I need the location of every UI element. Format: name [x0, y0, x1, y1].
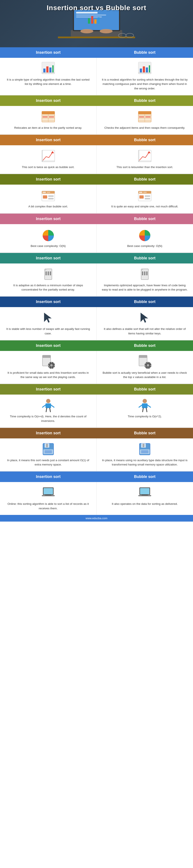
svg-point-15: [100, 29, 113, 33]
svg-line-108: [46, 408, 47, 412]
section-header-10: Insertion sort Bubble sort: [0, 471, 193, 482]
cell-left-3: A bit complex than bubble sort.: [0, 185, 96, 213]
icon-right-4: [136, 228, 153, 241]
cell-left-1: Relocates an item at a time to the partl…: [0, 106, 96, 134]
section-header-1: Insertion sort Bubble sort: [0, 95, 193, 106]
svg-rect-62: [143, 192, 147, 193]
text-right-9: In place, it means using no auxiliary ty…: [102, 458, 188, 467]
svg-rect-55: [47, 192, 50, 193]
cell-right-1: Checks the adjacent items and then swaps…: [96, 106, 193, 134]
content-row-9: In place, it means this sort needs just …: [0, 438, 193, 471]
svg-rect-76: [144, 272, 145, 275]
section-header-4: Insertion sort Bubble sort: [0, 214, 193, 224]
header-left-6: Insertion sort: [0, 297, 96, 307]
icon-right-1: [136, 110, 153, 123]
text-right-3: It is quite an easy and simple one, not …: [111, 205, 179, 209]
cell-left-0: It is a simple type of sorting algorithm…: [0, 58, 96, 95]
content-row-4: Best case complexity: O(N) Best case com…: [0, 224, 193, 252]
header-left-7: Insertion sort: [0, 340, 96, 351]
cell-right-5: Implements optimized approach, have fewe…: [96, 264, 193, 297]
svg-rect-85: [51, 368, 52, 369]
svg-rect-35: [49, 116, 54, 118]
sections-container: Insertion sort Bubble sort It is a simpl…: [0, 47, 193, 515]
svg-rect-123: [143, 444, 144, 447]
header-right-10: Bubble sort: [96, 471, 193, 482]
svg-rect-8: [91, 16, 93, 24]
header-right-8: Bubble sort: [96, 384, 193, 395]
svg-line-114: [143, 408, 143, 412]
text-left-2: This sort is twice as quick as bubble so…: [22, 165, 74, 169]
icon-right-2: [136, 150, 153, 162]
text-left-3: A bit complex than bubble sort.: [28, 205, 68, 209]
cell-right-9: In place, it means using no auxiliary ty…: [96, 438, 193, 471]
text-left-0: It is a simple type of sorting algorithm…: [5, 78, 91, 86]
svg-point-95: [147, 364, 149, 367]
icon-right-6: [136, 311, 153, 324]
icon-right-10: [136, 486, 153, 499]
icon-left-9: [40, 443, 57, 456]
header-right-5: Bubble sort: [96, 253, 193, 264]
svg-rect-87: [53, 365, 55, 366]
cell-left-7: It is proficient for small data sets and…: [0, 351, 96, 384]
text-left-4: Best case complexity: O(N): [31, 244, 66, 248]
cell-right-7: Bubble sort is actually very beneficial …: [96, 351, 193, 384]
header-right-7: Bubble sort: [96, 340, 193, 351]
header-left-2: Insertion sort: [0, 135, 96, 145]
header-right-9: Bubble sort: [96, 428, 193, 438]
svg-rect-37: [138, 111, 151, 114]
svg-rect-84: [51, 362, 52, 363]
text-right-2: This sort is leisurelier than the insert…: [116, 165, 173, 169]
cell-left-5: It is adaptive as it delivers a minimum …: [0, 264, 96, 297]
header-left-0: Insertion sort: [0, 47, 96, 58]
svg-rect-17: [43, 68, 45, 72]
text-left-1: Relocates an item at a time to the partl…: [14, 126, 82, 130]
svg-rect-81: [42, 355, 51, 358]
content-row-0: It is a simple type of sorting algorithm…: [0, 58, 193, 95]
svg-rect-128: [42, 495, 55, 496]
svg-marker-78: [44, 312, 52, 323]
svg-point-83: [50, 364, 53, 367]
cell-right-0: It is a modest algorithm for sorting whi…: [96, 58, 193, 95]
content-row-6: It is stable with less number of swaps w…: [0, 307, 193, 340]
svg-rect-61: [139, 192, 142, 193]
svg-rect-19: [49, 67, 51, 72]
cell-left-10: Online: this sorting algorithm is able t…: [0, 482, 96, 515]
icon-right-7: [136, 355, 153, 368]
section-header-9: Insertion sort Bubble sort: [0, 428, 193, 438]
content-row-10: Online: this sorting algorithm is able t…: [0, 482, 193, 515]
svg-rect-133: [142, 495, 148, 495]
svg-line-112: [139, 405, 142, 407]
svg-rect-4: [76, 12, 98, 13]
section-header-3: Insertion sort Bubble sort: [0, 174, 193, 185]
footer: www.educba.com: [0, 515, 193, 522]
text-right-4: Best case complexity: O(N): [127, 244, 162, 248]
icon-left-7: [40, 355, 57, 368]
cell-left-6: It is stable with less number of swaps w…: [0, 307, 96, 340]
icon-right-9: [136, 443, 153, 456]
svg-line-113: [148, 405, 151, 407]
svg-rect-111: [142, 403, 148, 408]
header-left-9: Insertion sort: [0, 428, 96, 438]
svg-line-106: [42, 405, 45, 407]
cell-right-3: It is quite an easy and simple one, not …: [96, 185, 193, 213]
svg-point-110: [143, 399, 147, 403]
svg-rect-99: [150, 365, 151, 366]
header-right-3: Bubble sort: [96, 174, 193, 185]
cell-left-4: Best case complexity: O(N): [0, 224, 96, 252]
header-left-4: Insertion sort: [0, 214, 96, 224]
section-header-5: Insertion sort Bubble sort: [0, 253, 193, 264]
hero-section: Insertion sort vs Bubble sort: [0, 0, 193, 47]
svg-rect-118: [46, 444, 48, 447]
svg-rect-105: [45, 403, 51, 408]
header-left-10: Insertion sort: [0, 471, 96, 482]
text-right-6: It also defines a stable sort that will …: [102, 327, 188, 336]
content-row-3: A bit complex than bubble sort. It is qu…: [0, 185, 193, 213]
header-left-5: Insertion sort: [0, 253, 96, 264]
svg-line-107: [51, 405, 54, 407]
svg-line-115: [146, 408, 147, 412]
content-row-2: This sort is twice as quick as bubble so…: [0, 145, 193, 174]
icon-left-3: [40, 189, 57, 202]
svg-rect-75: [142, 272, 143, 275]
text-right-7: Bubble sort is actually very beneficial …: [102, 371, 188, 379]
svg-rect-7: [88, 18, 90, 24]
